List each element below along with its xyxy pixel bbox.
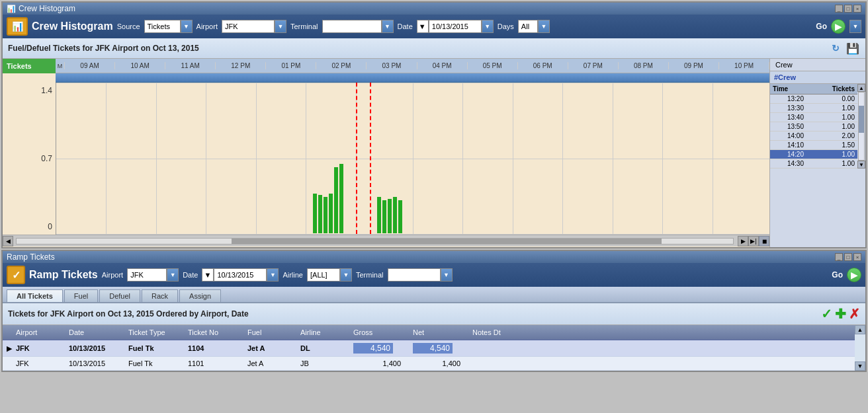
histogram-minimize-btn[interactable]: _	[835, 5, 843, 13]
crew-scroll-track[interactable]	[858, 92, 865, 161]
crew-row-val-5: 1.50	[806, 141, 857, 149]
date-select-value[interactable]: 10/13/2015	[429, 20, 482, 33]
date-select-group: ▼ 10/13/2015 ▼	[417, 20, 494, 33]
tab-assign[interactable]: Assign	[179, 289, 221, 302]
ramp-airline-label: Airline	[282, 271, 303, 279]
ramp-restore-btn[interactable]: □	[844, 253, 852, 261]
scrollbar-track[interactable]	[16, 238, 734, 244]
go-button[interactable]: ▶	[831, 19, 846, 34]
airport-select-arrow[interactable]: ▼	[275, 20, 286, 33]
ramp-date-value[interactable]: 10/13/2015	[214, 268, 267, 282]
crew-row-val-0: 0.00	[806, 95, 857, 102]
tab-rack[interactable]: Rack	[142, 289, 178, 302]
tab-defuel[interactable]: Defuel	[99, 289, 140, 302]
scrollbar-thumb[interactable]	[232, 239, 662, 244]
histogram-scrollbar[interactable]: ◀ ▶ ▶| ◼	[3, 235, 769, 246]
terminal-select-value[interactable]	[322, 20, 382, 33]
ramp-airline-value[interactable]: [ALL]	[307, 268, 340, 282]
tab-fuel[interactable]: Fuel	[64, 289, 98, 302]
crew-row-0[interactable]: 13:20 0.00	[770, 94, 857, 104]
crew-row-6[interactable]: 14:20 1.00	[770, 150, 857, 159]
scroll-right2-btn[interactable]: ▶|	[748, 236, 759, 246]
bar-6	[339, 164, 343, 233]
ramp-airport-arrow[interactable]: ▼	[167, 268, 179, 282]
dashed-line-1	[356, 83, 357, 234]
crew-table-header: Time Tickets	[770, 84, 857, 94]
go-dropdown-arrow[interactable]: ▼	[849, 20, 861, 33]
ramp-date-label: Date	[183, 271, 198, 279]
date-select-arrow[interactable]: ▼	[482, 20, 494, 33]
ramp-window-title: Ramp Tickets	[7, 252, 55, 262]
histogram-close-btn[interactable]: ×	[853, 5, 861, 13]
ramp-titlebar-left: Ramp Tickets	[7, 252, 55, 262]
crew-tab[interactable]: Crew	[770, 59, 865, 71]
ramp-row-ticket-0: 1104	[184, 343, 243, 354]
crew-hash-label: #Crew	[770, 71, 865, 84]
time-slot-09am: 09 AM	[65, 62, 115, 69]
ramp-scroll-up-btn[interactable]: ▲	[855, 325, 865, 334]
ramp-terminal-value[interactable]	[388, 268, 441, 282]
ramp-go-button[interactable]: ▶	[847, 268, 861, 282]
tab-all-tickets[interactable]: All Tickets	[7, 289, 63, 302]
grid-v-10	[562, 83, 563, 234]
ramp-terminal-select: ▼	[388, 268, 453, 282]
ramp-close-btn[interactable]: ×	[853, 253, 861, 261]
ramp-scroll-down-btn[interactable]: ▼	[855, 361, 865, 371]
ramp-airport-value[interactable]: JFK	[127, 268, 167, 282]
ramp-add-icon[interactable]: ✚	[835, 306, 846, 322]
refresh-icon[interactable]: ↻	[828, 41, 843, 56]
airport-select-value[interactable]: JFK	[222, 20, 275, 33]
time-header-row: Tickets M 09 AM 10 AM 11 AM 12 PM 01 PM …	[3, 59, 769, 73]
col-header-type: Ticket Type	[124, 327, 184, 338]
crew-scroll-up-btn[interactable]: ▲	[857, 84, 865, 92]
ramp-date-select: ▼ 10/13/2015 ▼	[202, 268, 279, 282]
ramp-date-arrow[interactable]: ▼	[267, 268, 279, 282]
bar-11	[398, 200, 402, 233]
crew-scroll-down-btn[interactable]: ▼	[857, 161, 865, 169]
ramp-table-scrollbar[interactable]: ▲ ▼	[855, 325, 865, 371]
crew-row-1[interactable]: 13:30 1.00	[770, 104, 857, 113]
ramp-row-1[interactable]: JFK 10/13/2015 Fuel Tk 1101 Jet A JB 1,4…	[3, 357, 855, 371]
crew-row-4[interactable]: 14:00 2.00	[770, 131, 857, 141]
days-select-value[interactable]: All	[518, 20, 538, 33]
crew-row-3[interactable]: 13:50 1.00	[770, 122, 857, 131]
y-label-07: 0.7	[41, 154, 52, 163]
scroll-size-btn[interactable]: ◼	[759, 236, 769, 246]
crew-scrollbar[interactable]: ▲ ▼	[857, 84, 865, 169]
scroll-right-btn[interactable]: ▶	[738, 236, 748, 246]
ramp-terminal-arrow[interactable]: ▼	[441, 268, 453, 282]
histogram-selection-bar[interactable]	[56, 73, 769, 83]
ramp-delete-icon[interactable]: ✗	[849, 306, 860, 322]
ramp-row-0[interactable]: ▶ JFK 10/13/2015 Fuel Tk 1104 Jet A DL 4…	[3, 340, 855, 357]
scroll-left-btn[interactable]: ◀	[3, 236, 13, 246]
time-slot-07pm: 07 PM	[568, 62, 619, 69]
col-header-net: Net	[409, 327, 468, 338]
source-select-value[interactable]: Tickets	[144, 20, 181, 33]
histogram-logo-icon: 📊	[7, 17, 28, 36]
bar-9	[388, 199, 392, 233]
date-select-arrow2[interactable]: ▼	[417, 20, 429, 33]
save-icon[interactable]: 💾	[846, 41, 860, 56]
source-select-arrow[interactable]: ▼	[181, 20, 193, 33]
crew-row-val-6: 1.00	[806, 151, 857, 158]
ramp-check-icon[interactable]: ✓	[821, 306, 832, 322]
crew-row-5[interactable]: 14:10 1.50	[770, 141, 857, 150]
terminal-select-arrow[interactable]: ▼	[382, 20, 394, 33]
ramp-table-wrapper: Airport Date Ticket Type Ticket No Fuel …	[3, 325, 855, 371]
histogram-subtitle-icons: ↻ 💾	[828, 41, 860, 56]
crew-scroll-thumb[interactable]	[859, 106, 864, 133]
days-select-arrow[interactable]: ▼	[538, 20, 550, 33]
y-label-0: 0	[48, 222, 52, 231]
ramp-minimize-btn[interactable]: _	[835, 253, 843, 261]
ramp-row-airline-0: DL	[296, 343, 349, 354]
histogram-restore-btn[interactable]: □	[844, 5, 852, 13]
ramp-row-net-0: 4,540	[409, 342, 468, 355]
time-slot-05pm: 05 PM	[468, 62, 518, 69]
ramp-window-controls: _ □ ×	[835, 253, 861, 261]
crew-row-2[interactable]: 13:40 1.00	[770, 113, 857, 122]
ramp-scroll-track[interactable]	[855, 334, 865, 361]
time-slot-10pm: 10 PM	[719, 62, 769, 69]
ramp-date-arrow2[interactable]: ▼	[202, 268, 214, 282]
ramp-airline-arrow[interactable]: ▼	[340, 268, 352, 282]
crew-row-7[interactable]: 14:30 1.00	[770, 159, 857, 169]
